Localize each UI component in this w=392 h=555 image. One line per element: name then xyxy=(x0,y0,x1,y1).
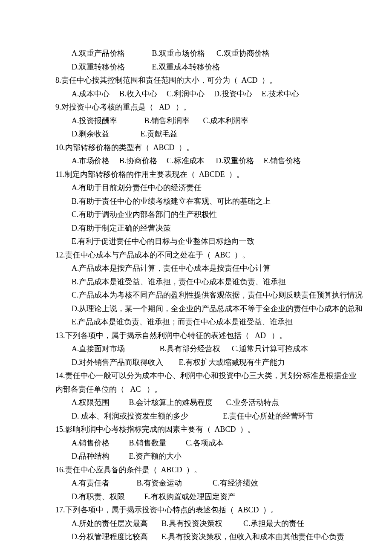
option-line: A.有责任者 B.有资金运动 C.有经济绩效 xyxy=(55,477,337,490)
option-line: A.所处的责任层次最高 B.具有投资决策权 C.承担最大的责任 xyxy=(55,517,337,531)
question-line: 14.责任中心一般可以分为成本中心、利润中心和投资中心三大类，其划分标准是根据企… xyxy=(55,369,337,383)
option-line: D.有职责、权限 E.有权购置或处理固定资产 xyxy=(55,490,337,504)
option-line: A.双重产品价格 B.双重市场价格 C.双重协商价格 xyxy=(55,47,337,61)
option-line: D.对外销售产品而取得收入 E.有权扩大或缩减现有生产能力 xyxy=(55,356,337,370)
question-line: 16.责任中心应具备的条件是（ ABCD ）。 xyxy=(55,463,337,477)
option-line: E.有利于促进责任中心的目标与企业整体目标趋向一致 xyxy=(55,235,337,249)
option-line: A.权限范围 B.会计核算上的难易程度 C.业务活动特点 xyxy=(55,396,337,410)
option-line: A.直接面对市场 B.具有部分经营权 C.通常只计算可控成本 xyxy=(55,342,337,356)
option-line: D.从理论上说，某一个期间，全企业的产品总成本不等于全企业的责任中心成本的总和 xyxy=(55,302,337,316)
question-line: 9.对投资中心考核的重点是（ AD ）。 xyxy=(55,101,337,114)
option-line: D.剩余收益 E.贡献毛益 xyxy=(55,127,337,141)
option-line: A.投资报酬率 B.销售利润率 C.成本利润率 xyxy=(55,114,337,128)
option-line: C.有助于调动企业内部各部门的生产积极性 xyxy=(55,208,337,222)
option-line: C.产品成本为考核不同产品的盈利性提供客观依据，责任中心则反映责任预算执行情况 xyxy=(55,289,337,302)
question-line: 10.内部转移价格的类型有（ ABCD ）。 xyxy=(55,141,337,155)
option-line: A.产品成本是按产品计算，责任中心成本是按责任中心计算 xyxy=(55,262,337,275)
option-line: A.成本中心 B.收入中心 C.利润中心 D.投资中心 E.技术中心 xyxy=(55,87,337,101)
question-line: 15.影响利润中心考核指标完成的因素主要有（ ABCD ）。 xyxy=(55,423,337,436)
option-line: D.有助于制定正确的经营决策 xyxy=(55,222,337,235)
question-line: 11.制定内部转移价格的作用主要表现在（ ABCDE ）。 xyxy=(55,168,337,182)
option-line: A.有助于目前划分责任中心的经济责任 xyxy=(55,181,337,195)
option-line: A.销售价格 B.销售数量 C.各项成本 xyxy=(55,436,337,450)
option-line: D.分权管理程度比较高 E.具有投资决策权，但收入和成本由其他责任中心负责 xyxy=(55,530,337,544)
option-line: B.产品成本是谁受益、谁承担，责任中心成本是谁负责、谁承担 xyxy=(55,275,337,289)
question-line: 13.下列各项中，属于揭示自然利润中心特征的表述包括（ AD ）。 xyxy=(55,329,337,343)
option-line: E.产品成本是谁负责、谁承担；而责任中心成本是谁受益、谁承担 xyxy=(55,315,337,329)
option-line: B.有助于责任中心的业绩考核建立在客观、可比的基础之上 xyxy=(55,195,337,208)
question-line: 17.下列各项中，属于揭示投资中心特点的表述包括（ ABCD ）。 xyxy=(55,503,337,517)
page-content: A.双重产品价格 B.双重市场价格 C.双重协商价格 D.双重转移价格 E.双重… xyxy=(0,0,392,555)
option-line: D.品种结构 E.资产额的大小 xyxy=(55,450,337,463)
question-line: 12.责任中心成本与产品成本的不同之处在于（ ABC ）。 xyxy=(55,249,337,262)
option-line: A.市场价格 B.协商价格 C.标准成本 D.双重价格 E.销售价格 xyxy=(55,154,337,168)
question-line: 8.责任中心按其控制范围和责任范围的大小，可分为（ ACD ）。 xyxy=(55,74,337,87)
option-line: D.双重转移价格 E.双重成本转移价格 xyxy=(55,61,337,74)
question-line: 内部各责任单位的（ AC ）。 xyxy=(55,383,337,396)
option-line: D. 成本、利润或投资发生额的多少 E.责任中心所处的经营环节 xyxy=(55,410,337,423)
